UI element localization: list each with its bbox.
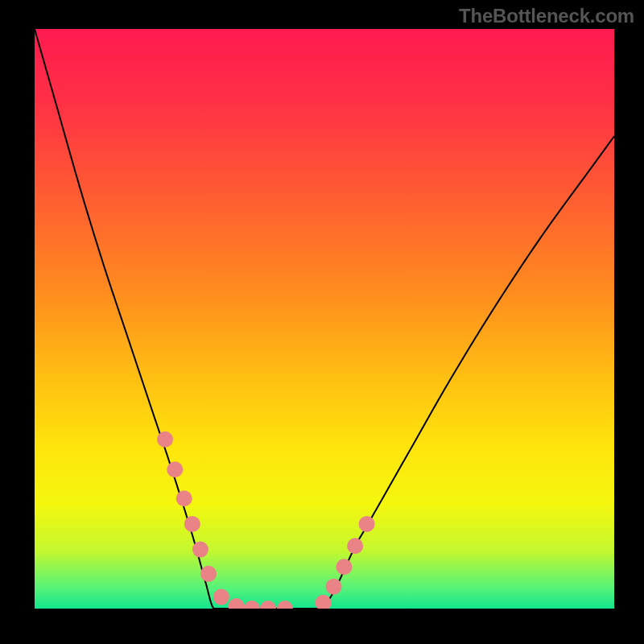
- marker-dot: [157, 431, 173, 448]
- marker-dot: [359, 516, 375, 532]
- marker-dot: [200, 566, 217, 582]
- marker-dot: [184, 516, 200, 532]
- marker-dot: [167, 461, 183, 477]
- marker-dot: [192, 542, 208, 558]
- marker-dot: [326, 579, 342, 595]
- marker-dot: [213, 589, 229, 605]
- marker-dot: [176, 490, 192, 506]
- watermark-text: TheBottleneck.com: [459, 5, 634, 27]
- plot-svg: [35, 29, 614, 609]
- chart-frame: TheBottleneck.com: [0, 0, 644, 644]
- plot-area: [35, 29, 614, 609]
- marker-dot: [336, 559, 352, 575]
- marker-dot: [347, 538, 363, 554]
